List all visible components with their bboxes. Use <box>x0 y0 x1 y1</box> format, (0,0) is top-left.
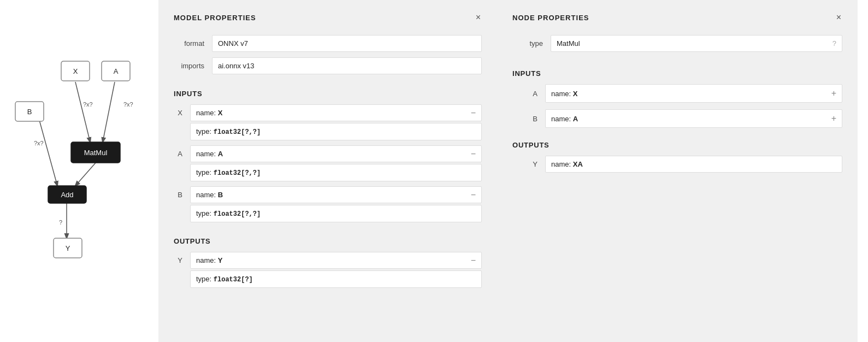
input-name-a: name: A − <box>190 145 482 162</box>
format-row: format ONNX v7 <box>174 35 482 52</box>
node-output-name-y: name: XA <box>551 160 583 168</box>
edge-label-y: ? <box>59 219 62 226</box>
model-props-title: MODEL PROPERTIES <box>174 14 256 22</box>
node-inputs-title: INPUTS <box>512 69 842 78</box>
node-input-row-a: A name: X + <box>512 84 842 103</box>
node-input-field-a: name: X + <box>545 84 842 103</box>
node-input-letter-a: A <box>512 90 545 98</box>
node-type-label: type <box>512 39 551 48</box>
input-fields-a: name: A − type: float32[?,?] <box>190 145 482 183</box>
node-y-label: Y <box>66 244 70 252</box>
input-type-x: type: float32[?,?] <box>190 123 482 140</box>
graph-panel: ?x? ?x? ?x? ? X A B MatMul Add Y <box>0 0 158 342</box>
edge-b-add <box>39 120 57 186</box>
input-type-a: type: float32[?,?] <box>190 164 482 181</box>
output-name-y: name: Y − <box>190 252 482 269</box>
node-properties-panel: NODE PROPERTIES × type MatMul ? INPUTS A… <box>497 0 858 342</box>
edge-label-b: ?x? <box>34 140 44 146</box>
imports-label: imports <box>174 62 212 70</box>
node-input-a-plus[interactable]: + <box>831 89 836 98</box>
imports-row: imports ai.onnx v13 <box>174 57 482 74</box>
node-type-value: MatMul ? <box>551 35 842 52</box>
edge-x-matmul <box>75 82 90 142</box>
node-add-label: Add <box>61 191 73 199</box>
node-props-close-button[interactable]: × <box>835 13 842 22</box>
node-type-question: ? <box>832 39 836 48</box>
model-properties-panel: MODEL PROPERTIES × format ONNX v7 import… <box>158 0 497 342</box>
input-row-a: A name: A − type: float32[?,?] <box>174 145 482 183</box>
input-fields-b: name: B − type: float32[?,?] <box>190 186 482 224</box>
node-type-text: MatMul <box>557 39 580 48</box>
format-label: format <box>174 39 212 48</box>
output-y-minus[interactable]: − <box>471 256 476 265</box>
node-input-name-a: name: X <box>551 90 577 98</box>
node-input-b-plus[interactable]: + <box>831 114 836 123</box>
graph-svg: ?x? ?x? ?x? ? X A B MatMul Add Y <box>0 0 158 342</box>
output-type-y: type: float32[?] <box>190 270 482 288</box>
input-row-b: B name: B − type: float32[?,?] <box>174 186 482 224</box>
node-input-field-b: name: A + <box>545 109 842 128</box>
node-type-row: type MatMul ? <box>512 35 842 52</box>
model-inputs-title: INPUTS <box>174 90 482 98</box>
node-props-header: NODE PROPERTIES × <box>512 13 842 22</box>
edge-matmul-add <box>75 163 96 186</box>
format-value: ONNX v7 <box>212 35 482 52</box>
node-output-letter-y: Y <box>512 160 545 168</box>
edge-label-a: ?x? <box>123 101 133 108</box>
input-letter-b: B <box>174 186 190 199</box>
node-x-label: X <box>73 67 78 75</box>
node-output-row-y: Y name: XA <box>512 156 842 173</box>
output-fields-y: name: Y − type: float32[?] <box>190 252 482 290</box>
imports-value: ai.onnx v13 <box>212 57 482 74</box>
node-props-title: NODE PROPERTIES <box>512 14 589 22</box>
input-type-b: type: float32[?,?] <box>190 205 482 222</box>
model-props-close-button[interactable]: × <box>475 13 482 22</box>
output-letter-y: Y <box>174 252 190 264</box>
node-input-name-b: name: A <box>551 115 578 123</box>
node-input-letter-b: B <box>512 115 545 123</box>
input-b-minus[interactable]: − <box>471 191 476 199</box>
input-row-x: X name: X − type: float32[?,?] <box>174 104 482 142</box>
node-outputs-title: OUTPUTS <box>512 141 842 149</box>
input-x-minus[interactable]: − <box>471 109 476 117</box>
input-a-minus[interactable]: − <box>471 150 476 158</box>
edge-a-matmul <box>103 82 115 142</box>
node-matmul-label: MatMul <box>84 149 108 157</box>
model-outputs-title: OUTPUTS <box>174 237 482 245</box>
input-name-b: name: B − <box>190 186 482 203</box>
node-a-label: A <box>114 67 119 75</box>
output-row-y: Y name: Y − type: float32[?] <box>174 252 482 290</box>
node-b-label: B <box>27 108 32 116</box>
input-letter-x: X <box>174 104 190 117</box>
node-output-field-y: name: XA <box>545 156 842 173</box>
input-letter-a: A <box>174 145 190 158</box>
node-input-row-b: B name: A + <box>512 109 842 128</box>
input-fields-x: name: X − type: float32[?,?] <box>190 104 482 142</box>
edge-label-x: ?x? <box>83 101 93 108</box>
model-props-header: MODEL PROPERTIES × <box>174 13 482 22</box>
input-name-x: name: X − <box>190 104 482 121</box>
